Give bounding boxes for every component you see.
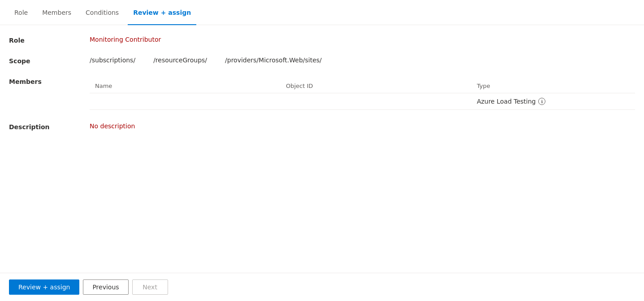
next-button: Next — [132, 279, 168, 295]
tab-members[interactable]: Members — [37, 0, 77, 25]
tab-conditions-label: Conditions — [86, 9, 119, 16]
col-type-header: Type — [471, 79, 635, 93]
members-section: Name Object ID Type Azure Load Testing — [90, 77, 635, 110]
col-name-header: Name — [90, 79, 281, 93]
scope-label: Scope — [9, 57, 90, 65]
form-content: Role Monitoring Contributor Scope /subsc… — [0, 25, 644, 273]
review-assign-button[interactable]: Review + assign — [9, 279, 79, 295]
role-value: Monitoring Contributor — [90, 36, 635, 43]
scope-providers: /providers/Microsoft.Web/sites/ — [225, 57, 322, 64]
tab-role-label: Role — [14, 9, 28, 16]
info-icon[interactable]: ℹ — [538, 98, 545, 105]
member-name — [90, 93, 281, 110]
members-table: Name Object ID Type Azure Load Testing — [90, 79, 635, 110]
members-label: Members — [9, 77, 90, 85]
type-cell: Azure Load Testing ℹ — [477, 98, 630, 105]
description-value: No description — [90, 122, 135, 130]
tab-conditions[interactable]: Conditions — [80, 0, 124, 25]
table-row: Azure Load Testing ℹ — [90, 93, 635, 110]
scope-subscriptions: /subscriptions/ — [90, 57, 135, 64]
role-row: Role Monitoring Contributor — [9, 36, 635, 44]
member-type-value: Azure Load Testing — [477, 98, 536, 105]
tab-navigation: Role Members Conditions Review + assign — [0, 0, 644, 25]
tab-review-assign-label: Review + assign — [133, 9, 191, 16]
members-row: Members Name Object ID Type — [9, 77, 635, 110]
member-objectid — [281, 93, 471, 110]
member-type: Azure Load Testing ℹ — [471, 93, 635, 110]
main-content: Role Members Conditions Review + assign … — [0, 0, 644, 301]
scope-values: /subscriptions/ /resourceGroups/ /provid… — [90, 57, 322, 64]
description-row: Description No description — [9, 122, 635, 131]
previous-button[interactable]: Previous — [83, 279, 128, 295]
tab-role[interactable]: Role — [9, 0, 33, 25]
tab-review-assign[interactable]: Review + assign — [128, 0, 196, 25]
scope-resourcegroups: /resourceGroups/ — [153, 57, 207, 64]
scope-row: Scope /subscriptions/ /resourceGroups/ /… — [9, 57, 635, 65]
col-objectid-header: Object ID — [281, 79, 471, 93]
footer: Review + assign Previous Next — [0, 273, 644, 301]
members-table-header: Name Object ID Type — [90, 79, 635, 93]
tab-members-label: Members — [42, 9, 71, 16]
description-label: Description — [9, 122, 90, 131]
role-label: Role — [9, 36, 90, 44]
